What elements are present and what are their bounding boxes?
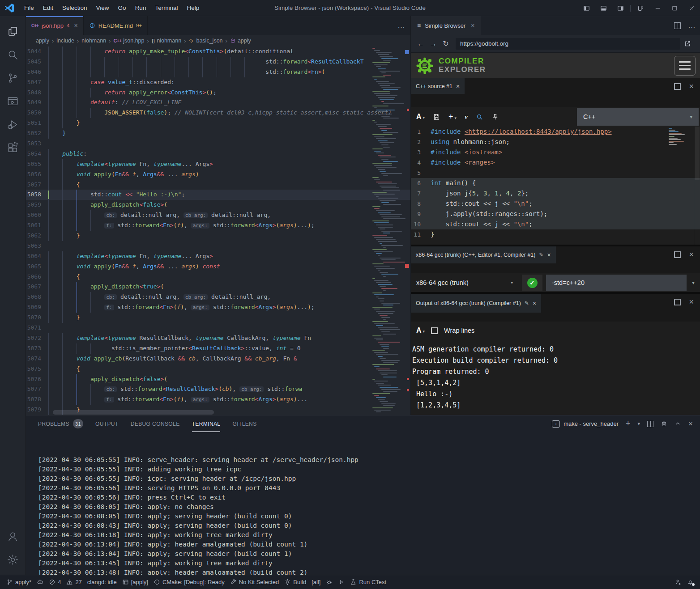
pin-icon[interactable] [491,113,499,121]
panel-tab-debug-console[interactable]: DEBUG CONSOLE [131,415,180,432]
status-build-target[interactable]: [all] [309,575,323,589]
close-icon[interactable]: × [471,22,474,29]
breadcrumb-item-apply[interactable]: apply [230,38,251,44]
maximize-icon[interactable] [674,83,681,90]
search-icon[interactable] [2,43,24,66]
status-errors[interactable]: 4 [46,575,64,589]
language-select[interactable]: C++ ▾ [577,108,699,126]
maximize-icon[interactable] [674,299,681,305]
menu-file[interactable]: File [20,0,38,16]
terminal-select[interactable]: › make - serve_header [552,420,619,428]
close-icon[interactable]: × [533,300,536,307]
menu-selection[interactable]: Selection [58,0,92,16]
edit-icon[interactable]: ✎ [525,300,529,306]
maximize-icon[interactable] [666,0,683,16]
compiler-select[interactable]: x86-64 gcc (trunk) ▾ [416,279,517,286]
more-actions-icon[interactable]: … [688,21,696,30]
breadcrumb-item-nlohmann[interactable]: {}nlohmann [152,38,181,44]
url-input[interactable]: https://godbolt.org [456,38,680,50]
close-icon[interactable]: × [547,251,551,258]
settings-icon[interactable] [2,548,24,571]
panel-tab-problems[interactable]: PROBLEMS31 [38,415,83,432]
status-warnings[interactable]: 27 [64,575,84,589]
minimap[interactable] [371,47,403,415]
vim-mode-icon[interactable]: v [465,113,468,121]
add-pane-button[interactable]: +▾ [448,112,457,122]
font-size-button[interactable]: A▾ [416,113,425,121]
hamburger-menu-button[interactable] [674,56,696,76]
status-run-ctest[interactable]: Run CTest [347,575,389,589]
close-icon[interactable]: × [456,83,460,90]
maximize-panel-icon[interactable] [674,420,681,427]
menu-help[interactable]: Help [182,0,204,16]
menu-terminal[interactable]: Terminal [150,0,182,16]
source-control-icon[interactable] [2,66,24,89]
maximize-icon[interactable] [674,251,681,258]
close-icon[interactable]: × [689,82,694,90]
horizontal-scrollbar[interactable] [53,410,214,415]
panel-tab-gitlens[interactable]: GITLENS [232,415,256,432]
status-cmake-build[interactable]: Build [282,575,309,589]
status-remote-indicator[interactable] [672,579,684,585]
panel-tab-terminal[interactable]: TERMINAL [192,415,221,432]
kill-terminal-icon[interactable] [661,420,667,427]
forward-icon[interactable]: → [427,40,440,48]
status-cmake-launch[interactable] [335,575,347,589]
menu-edit[interactable]: Edit [38,0,58,16]
breadcrumb-item-nlohmann[interactable]: nlohmann [81,38,106,44]
live-preview-icon[interactable] [2,89,24,113]
explorer-icon[interactable] [2,20,24,43]
toggle-secondary-sidebar-icon[interactable] [612,0,629,16]
terminal-dropdown-icon[interactable]: ▾ [638,421,640,427]
close-icon[interactable]: × [74,22,77,29]
status-git-branch[interactable]: apply* [4,575,34,589]
close-panel-icon[interactable]: × [688,420,693,428]
status-cmake-kit[interactable]: No Kit Selected [227,575,282,589]
code-editor[interactable]: 5044 return apply_make_tuple<ConstThis>(… [26,47,410,415]
terminal-output[interactable]: [2022-04-30 06:05:55] INFO: serve_header… [26,432,700,589]
status-cmake-debug[interactable] [323,575,335,589]
panel-tab-output[interactable]: OUTPUT [95,415,119,432]
menu-go[interactable]: Go [114,0,131,16]
extensions-icon[interactable] [2,136,24,159]
tab-json.hpp[interactable]: C++json.hpp4× [26,16,84,35]
back-icon[interactable]: ← [414,40,427,48]
menu-run[interactable]: Run [131,0,151,16]
open-external-icon[interactable] [684,40,696,47]
breadcrumb-item-include[interactable]: include [56,38,74,44]
close-icon[interactable]: × [689,250,694,258]
options-dropdown-icon[interactable]: ▾ [687,280,700,286]
tab-output[interactable]: Output of x86-64 gcc (trunk) (Compiler #… [411,294,541,313]
run-and-debug-icon[interactable] [2,113,24,136]
zoom-icon[interactable] [476,113,483,121]
status-cmake-project[interactable]: [apply] [120,575,151,589]
godbolt-scrollbar[interactable] [694,127,700,245]
godbolt-source-editor[interactable]: 1#include <https://localhost:8443/apply/… [411,127,700,245]
customize-layout-icon[interactable] [632,0,649,16]
editor-actions-button[interactable]: … [397,16,405,35]
new-terminal-icon[interactable]: + [626,419,631,428]
close-icon[interactable]: × [689,298,694,306]
save-icon[interactable] [433,113,440,121]
tab-README.md[interactable]: README.md9+ [84,16,148,35]
close-window-icon[interactable] [683,0,700,16]
compiler-options-input[interactable]: -std=c++20 [546,275,687,291]
tab-simple-browser[interactable]: ≡ Simple Browser × [411,16,481,35]
status-notifications[interactable] [684,579,696,585]
font-size-button[interactable]: A▾ [416,326,425,335]
split-editor-icon[interactable] [674,22,681,29]
breadcrumb-item-basic_json[interactable]: basic_json [188,38,222,44]
wrap-lines-checkbox[interactable] [431,327,438,334]
breadcrumb-item-json.hpp[interactable]: C++json.hpp [113,38,144,44]
toggle-sidebar-icon[interactable] [578,0,595,16]
reload-icon[interactable]: ↻ [440,39,452,48]
status-publish[interactable] [34,575,46,589]
tab-compiler[interactable]: x86-64 gcc (trunk) (C++, Editor #1, Comp… [411,246,556,263]
breadcrumb-item-apply[interactable]: apply [36,38,49,44]
tab-cpp-source[interactable]: C++ source #1 × [411,78,465,94]
accounts-icon[interactable] [2,525,24,548]
edit-icon[interactable]: ✎ [539,252,543,258]
status-cmake-status[interactable]: CMake: [Debug]: Ready [151,575,227,589]
menu-view[interactable]: View [92,0,114,16]
minimize-icon[interactable] [649,0,666,16]
